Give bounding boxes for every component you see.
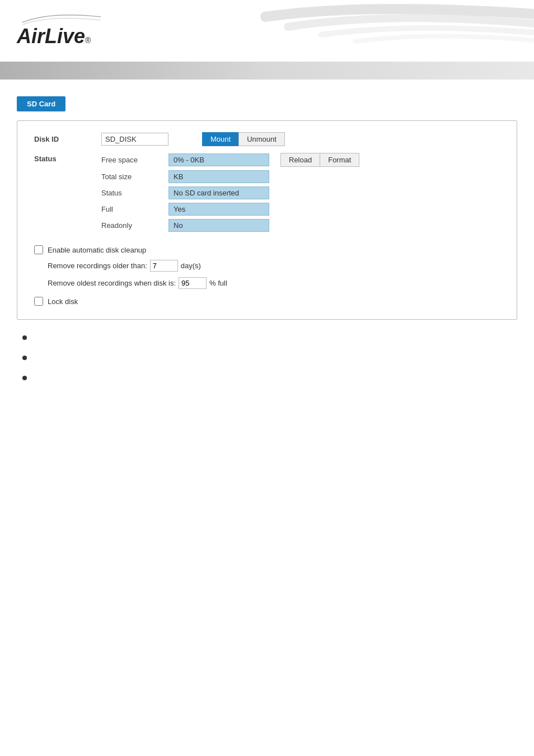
logo-live: Live [45,25,85,48]
remove-older-prefix: Remove recordings older than: [48,262,147,270]
header: Air Live ® [0,0,534,62]
lock-disk-row: Lock disk [34,297,500,306]
remove-when-input[interactable] [179,277,207,289]
remove-when-suffix: % full [209,279,227,287]
status-field-label: Status [101,189,168,197]
remove-older-suffix: day(s) [181,262,201,270]
free-space-row: Free space 0% - 0KB Reload Format [101,153,500,167]
free-space-value: 0% - 0KB [168,153,269,166]
card-container: Disk ID Mount Unmount Status Free space … [17,120,517,320]
logo-registered: ® [85,36,91,45]
full-row: Full Yes [101,203,500,216]
total-size-value: KB [168,170,269,183]
remove-older-row: Remove recordings older than: day(s) [48,260,500,272]
mount-button[interactable]: Mount [202,132,238,146]
status-fields: Free space 0% - 0KB Reload Format Total … [101,153,500,235]
bullet-dot [22,376,27,380]
unmount-button[interactable]: Unmount [238,132,285,146]
list-item [22,333,517,340]
full-value: Yes [168,203,269,216]
readonly-label: Readonly [101,221,168,230]
auto-cleanup-checkbox[interactable] [34,245,43,254]
bullet-dot [22,356,27,360]
gray-banner [0,62,534,80]
disk-id-row: Disk ID Mount Unmount [34,132,500,146]
status-section: Status Free space 0% - 0KB Reload Format… [34,153,500,235]
auto-cleanup-row: Enable automatic disk cleanup [34,245,500,254]
status-field-row: Status No SD card inserted [101,186,500,199]
reload-button[interactable]: Reload [280,153,320,167]
total-size-row: Total size KB [101,170,500,183]
remove-when-prefix: Remove oldest recordings when disk is: [48,279,176,287]
format-button[interactable]: Format [320,153,359,167]
remove-older-input[interactable] [150,260,178,272]
bullet-list [17,333,517,380]
bullet-dot [22,335,27,340]
logo-area: Air Live ® [17,10,106,48]
auto-cleanup-label: Enable automatic disk cleanup [48,246,146,254]
header-decoration [153,0,534,62]
sd-card-tab[interactable]: SD Card [17,96,65,111]
mount-unmount-group: Mount Unmount [202,132,285,146]
full-label: Full [101,205,168,213]
free-space-label: Free space [101,156,168,164]
status-main-label: Status [34,153,101,235]
list-item [22,353,517,360]
readonly-row: Readonly No [101,219,500,232]
readonly-value: No [168,219,269,232]
remove-when-row: Remove oldest recordings when disk is: %… [48,277,500,289]
main-content: SD Card Disk ID Mount Unmount Status Fre… [0,80,534,410]
total-size-label: Total size [101,172,168,181]
reload-format-group: Reload Format [280,153,359,167]
status-field-value: No SD card inserted [168,186,269,199]
logo-air: Air [17,25,45,48]
list-item [22,374,517,380]
lock-disk-label: Lock disk [48,297,78,306]
disk-id-label: Disk ID [34,135,101,143]
disk-id-input[interactable] [101,133,168,146]
lock-disk-checkbox[interactable] [34,297,43,306]
